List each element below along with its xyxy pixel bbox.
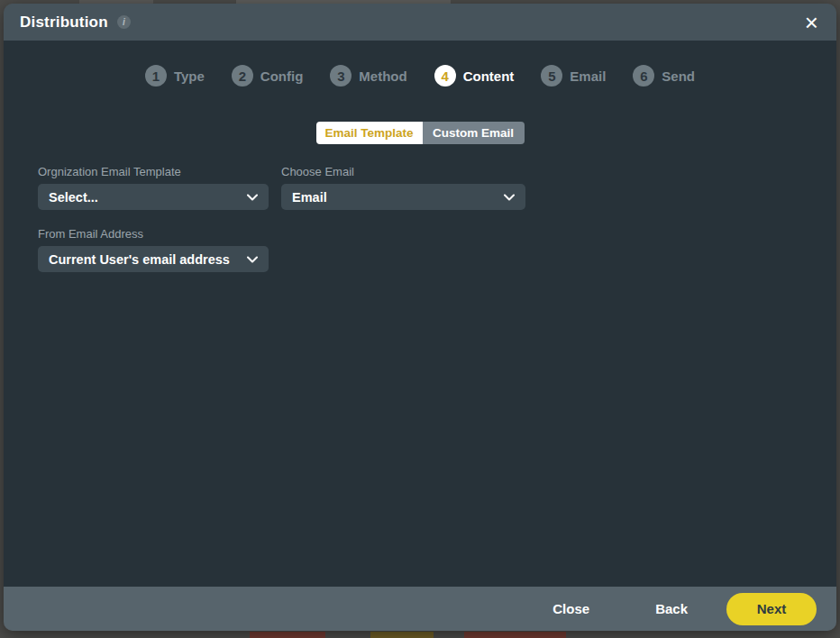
step-method[interactable]: 3 Method (330, 65, 406, 87)
field-from-email-address: From Email Address Current User's email … (38, 227, 269, 272)
back-button[interactable]: Back (655, 601, 688, 616)
step-number-badge: 4 (434, 65, 456, 87)
modal-footer: Close Back Next (4, 587, 836, 631)
modal-title: Distribution (20, 14, 108, 32)
step-label: Type (174, 68, 205, 84)
backdrop-fragment (370, 632, 434, 638)
step-label: Method (359, 68, 406, 84)
step-send[interactable]: 6 Send (633, 65, 695, 87)
info-icon[interactable]: i (117, 15, 131, 29)
next-button[interactable]: Next (726, 593, 817, 625)
distribution-modal: Distribution i × 1 Type 2 Config 3 Metho… (4, 4, 836, 631)
modal-header: Distribution i × (4, 4, 836, 41)
step-type[interactable]: 1 Type (145, 65, 205, 87)
from-email-address-select[interactable]: Current User's email address (38, 246, 269, 272)
step-content[interactable]: 4 Content (434, 65, 515, 87)
field-choose-email: Choose Email Email (281, 165, 525, 210)
organization-email-template-select[interactable]: Select... (38, 184, 269, 210)
close-button[interactable]: Close (552, 601, 589, 616)
chevron-down-icon (247, 256, 258, 263)
field-label: Choose Email (281, 165, 525, 178)
modal-body: 1 Type 2 Config 3 Method 4 Content 5 Ema… (4, 41, 836, 587)
field-label: From Email Address (38, 227, 269, 241)
chevron-down-icon (504, 194, 515, 201)
choose-email-select[interactable]: Email (281, 184, 525, 210)
step-number-badge: 3 (330, 65, 352, 87)
backdrop-fragment (464, 632, 566, 638)
close-icon[interactable]: × (801, 11, 822, 34)
step-number-badge: 1 (145, 65, 167, 87)
step-email[interactable]: 5 Email (541, 65, 606, 87)
step-config[interactable]: 2 Config (232, 65, 303, 87)
step-number-badge: 5 (541, 65, 562, 87)
field-label: Orgnization Email Template (38, 165, 269, 178)
step-label: Config (260, 68, 303, 84)
wizard-stepper: 1 Type 2 Config 3 Method 4 Content 5 Ema… (4, 41, 836, 87)
select-value: Email (292, 190, 327, 205)
email-mode-tabs: Email Template Custom Email (4, 122, 836, 144)
backdrop-fragment (250, 632, 325, 638)
tab-email-template[interactable]: Email Template (316, 122, 423, 144)
step-label: Send (662, 68, 695, 84)
select-value: Select... (49, 190, 98, 205)
step-number-badge: 2 (232, 65, 253, 87)
step-label: Content (463, 68, 515, 84)
step-label: Email (570, 68, 606, 84)
chevron-down-icon (247, 194, 258, 201)
step-number-badge: 6 (633, 65, 654, 87)
tab-custom-email[interactable]: Custom Email (423, 122, 525, 144)
field-organization-email-template: Orgnization Email Template Select... (38, 165, 269, 210)
select-value: Current User's email address (49, 252, 230, 267)
